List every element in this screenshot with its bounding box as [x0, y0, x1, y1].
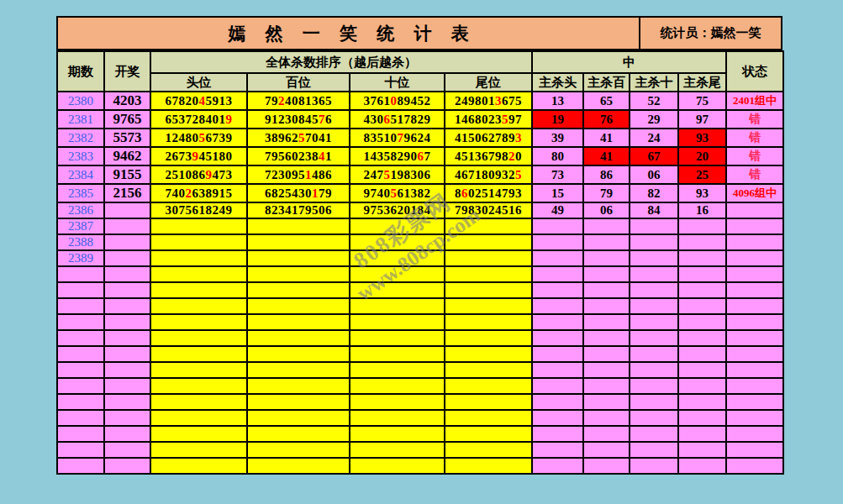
- draw-cell: [104, 250, 150, 266]
- kill-order-seq-head-cell: [150, 362, 247, 378]
- col-header-tail-pos: 尾位: [445, 73, 532, 92]
- kill-order-seq-tail-cell: [445, 442, 532, 458]
- kill-order-seq-hundred-cell: [247, 346, 350, 362]
- kill-order-seq-head-cell: 6537284019: [150, 110, 247, 129]
- kill-order-seq-hundred-cell: 7230951486: [247, 165, 350, 184]
- kill-order-seq-hundred-cell: [247, 410, 350, 426]
- status-cell: [726, 298, 783, 314]
- col-header-period: 期数: [57, 51, 104, 92]
- table-row: 2385215674026389156825430179974056138286…: [57, 184, 783, 202]
- main-kill-tail-cell: 16: [678, 202, 726, 218]
- hit-digit: 5: [199, 131, 206, 144]
- kill-order-seq-ten-cell: [350, 378, 445, 394]
- kill-order-seq-ten-cell: [350, 282, 445, 298]
- page-background: 嫣 然 一 笑 统 计 表 统计员：嫣然一笑 期数 开奖 全体杀数排序（越后越杀…: [0, 0, 843, 504]
- main-kill-ten-cell: 52: [630, 92, 678, 110]
- table-row: 2386307561824982341795069753620184798302…: [57, 202, 783, 218]
- kill-order-seq-tail-cell: [445, 314, 532, 330]
- main-kill-tail-cell: 93: [678, 129, 726, 147]
- table-row: 2380420367820459137924081365376108945224…: [57, 92, 783, 110]
- hit-digit: 1: [305, 168, 312, 181]
- kill-order-seq-ten-cell: 3761089452: [350, 92, 445, 110]
- kill-order-seq-head-cell: [150, 410, 247, 426]
- draw-cell: [104, 410, 150, 426]
- table-row: 2383946226739451807956023841143582906745…: [57, 147, 783, 165]
- kill-order-seq-head-cell: [150, 442, 247, 458]
- draw-cell: [104, 394, 150, 410]
- kill-order-seq-tail-cell: [445, 282, 532, 298]
- hit-digit: 0: [391, 94, 398, 108]
- status-cell: [726, 218, 783, 234]
- status-cell: 4096组中: [726, 184, 783, 202]
- table-header: 期数 开奖 全体杀数排序（越后越杀） 中 状态 头位 百位 十位 尾位 主杀头 …: [57, 51, 783, 92]
- draw-cell: [104, 202, 150, 218]
- kill-order-seq-hundred-cell: 7924081365: [247, 92, 350, 110]
- draw-cell: [104, 234, 150, 250]
- period-cell: [57, 426, 104, 442]
- kill-order-seq-ten-cell: [350, 234, 445, 250]
- kill-order-seq-tail-cell: [445, 330, 532, 346]
- kill-order-seq-tail-cell: [445, 250, 532, 266]
- draw-cell: [104, 218, 150, 234]
- table-row: 2384915525108694737230951486247519830646…: [57, 165, 783, 184]
- status-cell: 错: [726, 165, 783, 184]
- kill-order-seq-ten-cell: 1435829067: [350, 147, 445, 165]
- main-kill-ten-cell: [630, 266, 678, 282]
- hit-digit: 6: [384, 113, 391, 126]
- table-row: [57, 394, 783, 410]
- kill-order-seq-hundred-cell: [247, 298, 350, 314]
- kill-order-seq-tail-cell: [445, 378, 532, 394]
- kill-order-seq-tail-cell: [445, 394, 532, 410]
- table-row: 2381976565372840199123084576430651782914…: [57, 110, 783, 129]
- period-cell: [57, 330, 104, 346]
- hit-digit: 5: [502, 113, 508, 126]
- kill-order-seq-ten-cell: 2475198306: [350, 165, 445, 184]
- table-row: [57, 346, 783, 362]
- main-kill-tail-cell: [678, 442, 726, 458]
- main-kill-hundred-cell: [583, 378, 630, 394]
- main-kill-hundred-cell: 65: [583, 92, 630, 110]
- kill-order-seq-ten-cell: 4306517829: [350, 110, 445, 129]
- kill-order-seq-head-cell: [150, 394, 247, 410]
- main-kill-hundred-cell: 41: [583, 147, 630, 165]
- main-kill-head-cell: [532, 330, 583, 346]
- table-row: [57, 282, 783, 298]
- main-kill-tail-cell: [678, 234, 726, 250]
- main-kill-head-cell: [532, 266, 583, 282]
- kill-order-seq-hundred-cell: [247, 330, 350, 346]
- status-cell: [726, 458, 783, 474]
- kill-order-seq-ten-cell: 9740561382: [350, 184, 445, 202]
- kill-order-seq-ten-cell: [350, 330, 445, 346]
- hit-digit: 2: [508, 150, 515, 163]
- report-title: 嫣 然 一 笑 统 计 表: [58, 18, 639, 49]
- kill-order-seq-ten-cell: [350, 250, 445, 266]
- main-kill-ten-cell: [630, 218, 678, 234]
- status-cell: 2401组中: [726, 92, 783, 110]
- main-kill-head-cell: [532, 346, 583, 362]
- period-cell: 2386: [57, 202, 104, 218]
- kill-order-seq-head-cell: [150, 458, 247, 474]
- main-kill-hundred-cell: 79: [583, 184, 630, 202]
- kill-order-seq-tail-cell: 4513679820: [445, 147, 532, 165]
- main-kill-ten-cell: [630, 282, 678, 298]
- hit-digit: 3: [515, 131, 522, 144]
- period-cell: 2382: [57, 129, 104, 147]
- hit-digit: 3: [495, 94, 502, 108]
- period-cell: [57, 314, 104, 330]
- main-kill-hundred-cell: 41: [583, 129, 630, 147]
- main-kill-tail-cell: [678, 282, 726, 298]
- col-header-ten-pos: 十位: [350, 73, 445, 92]
- main-kill-ten-cell: [630, 346, 678, 362]
- status-cell: [726, 442, 783, 458]
- draw-cell: [104, 298, 150, 314]
- kill-order-seq-hundred-cell: [247, 394, 350, 410]
- main-kill-tail-cell: [678, 298, 726, 314]
- main-kill-hundred-cell: [583, 234, 630, 250]
- kill-order-seq-ten-cell: [350, 314, 445, 330]
- kill-order-seq-ten-cell: [350, 346, 445, 362]
- main-kill-hundred-cell: [583, 410, 630, 426]
- main-kill-hundred-cell: 76: [583, 110, 630, 129]
- kill-order-seq-ten-cell: [350, 394, 445, 410]
- draw-cell: 4203: [104, 92, 150, 110]
- main-kill-hundred-cell: [583, 458, 630, 474]
